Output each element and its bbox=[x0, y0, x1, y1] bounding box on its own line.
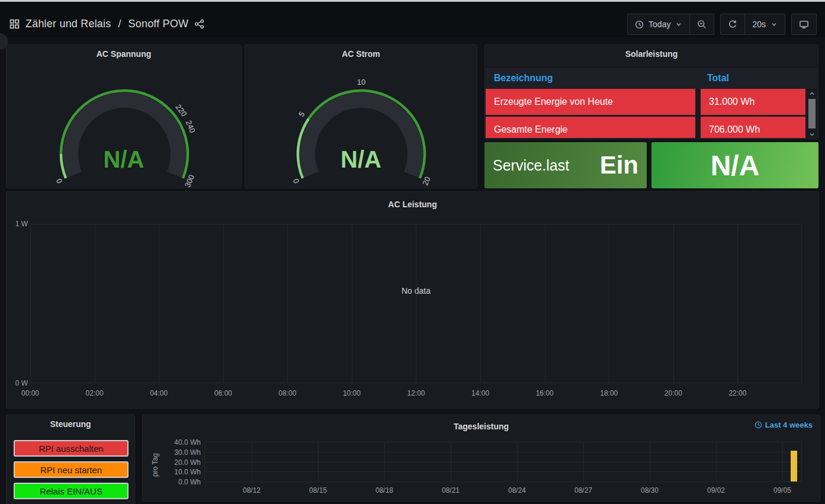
control-button-rpi-ausschalten[interactable]: RPI ausschalten bbox=[14, 440, 129, 457]
cell-total: 31.000 Wh bbox=[701, 89, 805, 115]
x-tick-label: 08/21 bbox=[442, 486, 460, 495]
nav-bar: Zähler und Relais / Sonoff POW Toda bbox=[0, 2, 825, 37]
scrollbar-thumb[interactable] bbox=[808, 99, 816, 129]
panel-title[interactable]: Steuerung bbox=[7, 415, 134, 433]
panel-time-range-link[interactable]: Last 4 weeks bbox=[755, 420, 813, 429]
gridline-vertical bbox=[480, 224, 481, 383]
gauge-value: N/A bbox=[245, 146, 477, 173]
gauge-tick-label: 5 bbox=[297, 110, 306, 118]
time-range-label: Today bbox=[649, 20, 670, 29]
y-tick-label: 40.0 Wh bbox=[164, 438, 201, 447]
x-tick-label: 20:00 bbox=[665, 389, 682, 397]
stat-na: N/A bbox=[651, 142, 818, 188]
gridline-horizontal bbox=[205, 462, 802, 463]
x-tick-label: 08/27 bbox=[574, 486, 592, 495]
x-tick-label: 18:00 bbox=[600, 389, 618, 397]
gauge-tick-label: 10 bbox=[357, 78, 365, 86]
panel-ac-leistung: AC Leistung 1 W 0 W No data 00:0002:0004… bbox=[6, 191, 819, 409]
time-range-picker[interactable]: Today bbox=[628, 14, 689, 34]
tv-mode-button[interactable] bbox=[792, 14, 816, 34]
x-tick-label: 08/18 bbox=[375, 486, 393, 495]
panel-title[interactable]: AC Leistung bbox=[7, 195, 818, 213]
x-tick-label: 08/12 bbox=[243, 486, 261, 495]
gauge-tick-label: 240 bbox=[184, 119, 197, 134]
x-tick-label: 00:00 bbox=[21, 389, 39, 397]
y-tick-label: 1 W bbox=[10, 220, 28, 228]
gridline-vertical bbox=[416, 224, 416, 383]
stat-label: Service.last bbox=[484, 157, 600, 174]
control-button-relais-ein-aus[interactable]: Relais EIN/AUS bbox=[14, 483, 129, 499]
refresh-button[interactable] bbox=[721, 14, 744, 34]
x-tick-label: 08:00 bbox=[278, 389, 296, 397]
x-tick-label: 09/02 bbox=[707, 486, 725, 495]
zoom-out-icon bbox=[697, 20, 707, 29]
refresh-interval-picker[interactable]: 20s bbox=[744, 14, 785, 34]
panel-tagesleistung: Tagesleistung Last 4 weeks pro Tag 08/12… bbox=[142, 415, 820, 502]
cell-total: 706.000 Wh bbox=[701, 117, 805, 138]
column-header-bezeichnung[interactable]: Bezeichnung bbox=[494, 68, 553, 89]
y-axis-title: pro Tag bbox=[151, 447, 159, 477]
gridline-vertical bbox=[95, 224, 95, 383]
table-scrollbar[interactable] bbox=[808, 89, 817, 139]
gridline-vertical bbox=[545, 224, 545, 383]
time-range-group: Today bbox=[627, 14, 714, 35]
clock-icon bbox=[635, 20, 644, 29]
panel-ac-strom: AC Strom 051020 N/A bbox=[245, 44, 477, 188]
table-header: Bezeichnung Total bbox=[486, 67, 817, 89]
y-tick-label: 20.0 Wh bbox=[164, 458, 201, 467]
chevron-down-icon bbox=[771, 21, 778, 28]
y-tick-label: 30.0 Wh bbox=[164, 448, 201, 457]
x-tick-label: 16:00 bbox=[536, 389, 554, 397]
clock-icon bbox=[755, 421, 762, 429]
column-gap bbox=[695, 117, 701, 138]
bar-value-31 bbox=[791, 451, 797, 481]
breadcrumb-folder[interactable]: Zähler und Relais bbox=[25, 18, 111, 30]
y-tick-label: 0.0 Wh bbox=[164, 478, 201, 486]
y-tick-label: 10.0 Wh bbox=[164, 468, 201, 476]
panel-title[interactable]: Solarleistung bbox=[485, 45, 818, 63]
breadcrumb-dashboard[interactable]: Sonoff POW bbox=[129, 18, 189, 30]
tagesleistung-plot-area[interactable] bbox=[205, 442, 802, 481]
x-tick-label: 08/24 bbox=[508, 486, 526, 495]
column-header-total[interactable]: Total bbox=[707, 68, 729, 89]
gauge-tick-label: 20 bbox=[420, 175, 432, 187]
x-tick-label: 14:00 bbox=[471, 389, 489, 397]
gauge-value: N/A bbox=[7, 146, 241, 173]
tagesleistung-x-axis: 08/1208/1508/1808/2108/2408/2708/3009/02… bbox=[205, 486, 802, 496]
x-tick-label: 04:00 bbox=[150, 389, 168, 397]
panel-title[interactable]: Tagesleistung bbox=[143, 418, 820, 435]
gauge-tick-label: 0 bbox=[291, 177, 301, 184]
gridline-vertical bbox=[673, 224, 674, 383]
gridline-vertical bbox=[287, 224, 288, 383]
scroll-down-icon[interactable] bbox=[808, 130, 816, 139]
kiosk-group bbox=[791, 14, 817, 35]
refresh-icon bbox=[728, 20, 737, 29]
cell-bezeichnung: Gesamte Energie bbox=[486, 117, 695, 138]
refresh-group: 20s bbox=[720, 14, 785, 35]
chevron-down-icon bbox=[675, 21, 682, 28]
control-button-rpi-neu-starten[interactable]: RPI neu starten bbox=[14, 461, 129, 478]
gridline-vertical bbox=[223, 224, 224, 383]
ac-leistung-plot-area[interactable]: No data bbox=[30, 224, 802, 383]
dashboards-grid-icon[interactable] bbox=[9, 19, 20, 29]
dashboard-toolbar: Today bbox=[627, 14, 817, 35]
cell-bezeichnung: Erzeugte Energie von Heute bbox=[486, 89, 695, 115]
scroll-up-icon[interactable] bbox=[808, 89, 816, 98]
panel-ac-spannung: AC Spannung 0220240300 N/A bbox=[6, 44, 242, 188]
column-gap bbox=[695, 89, 701, 115]
panel-title[interactable]: AC Spannung bbox=[7, 45, 241, 63]
x-tick-label: 08/30 bbox=[641, 486, 659, 495]
gridline-horizontal bbox=[205, 442, 802, 442]
gridline-vertical bbox=[159, 224, 159, 383]
gridline-vertical bbox=[609, 224, 609, 383]
refresh-interval-label: 20s bbox=[752, 20, 766, 29]
panel-title[interactable]: AC Strom bbox=[245, 45, 477, 63]
gauge-tick-label: 0 bbox=[54, 177, 65, 184]
grafana-dashboard: Zähler und Relais / Sonoff POW Toda bbox=[0, 0, 825, 504]
share-icon[interactable] bbox=[194, 19, 204, 29]
zoom-out-button[interactable] bbox=[689, 14, 714, 34]
stat-value: N/A bbox=[711, 149, 760, 182]
panel-steuerung: Steuerung RPI ausschaltenRPI neu starten… bbox=[6, 415, 135, 504]
x-tick-label: 06:00 bbox=[214, 389, 232, 397]
table-row: Erzeugte Energie von Heute31.000 Wh bbox=[486, 89, 817, 115]
